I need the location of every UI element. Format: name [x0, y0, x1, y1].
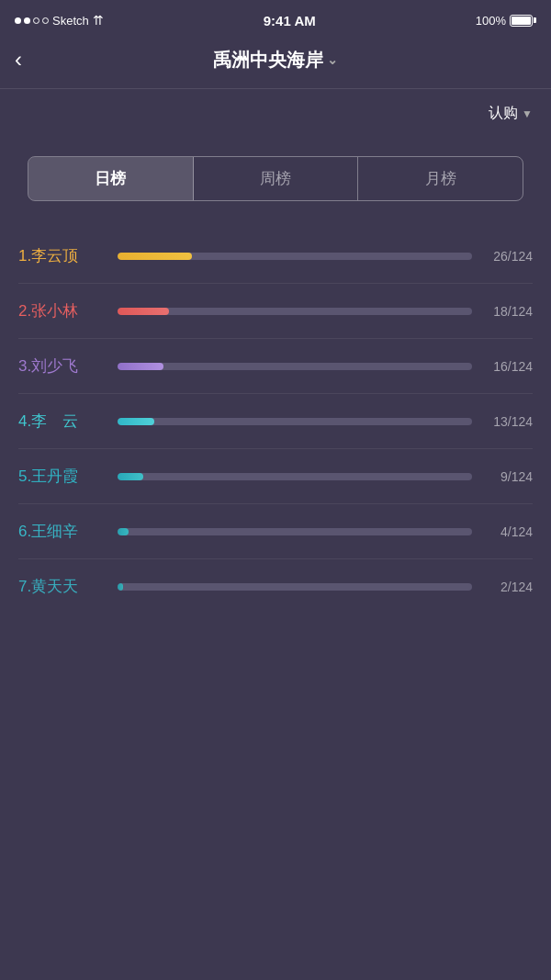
- rank-bar-container-5: [118, 473, 472, 480]
- rank-name-1: 1.李云顶: [18, 245, 110, 266]
- tab-daily-label: 日榜: [95, 170, 126, 187]
- tab-monthly[interactable]: 月榜: [358, 157, 523, 200]
- tabs-section: 日榜 周榜 月榜: [0, 138, 551, 229]
- rank-item-1: 1.李云顶 26/124: [18, 229, 533, 284]
- tab-daily[interactable]: 日榜: [28, 157, 194, 200]
- rank-bar-container-6: [118, 528, 472, 535]
- carrier-label: Sketch: [52, 14, 89, 28]
- subscribe-button[interactable]: 认购 ▼: [489, 104, 533, 123]
- rank-score-5: 9/124: [483, 469, 533, 484]
- leaderboard: 1.李云顶 26/124 2.张小林 18/124 3.刘少飞 16/124 4…: [0, 229, 551, 614]
- dot4: [42, 17, 49, 24]
- rank-bar-fill-6: [118, 528, 129, 535]
- rank-item-2: 2.张小林 18/124: [18, 284, 533, 339]
- rank-bar-container-2: [118, 308, 472, 315]
- wifi-icon: ⇈: [93, 13, 104, 28]
- battery-body: [510, 15, 533, 27]
- back-button[interactable]: ‹: [15, 47, 22, 73]
- dot2: [24, 17, 30, 24]
- rank-bar-fill-7: [118, 583, 123, 591]
- rank-bar-fill-4: [118, 418, 154, 425]
- rank-bar-container-1: [118, 253, 472, 260]
- rank-name-7: 7.黄天天: [18, 576, 110, 597]
- rank-score-2: 18/124: [483, 304, 533, 319]
- rank-name-3: 3.刘少飞: [18, 355, 110, 377]
- subscribe-label: 认购: [489, 104, 518, 123]
- status-left: Sketch ⇈: [15, 13, 104, 28]
- status-right: 100%: [476, 14, 536, 28]
- nav-title: 禹洲中央海岸 ⌄: [213, 48, 338, 73]
- rank-bar-fill-5: [118, 473, 143, 480]
- rank-item-6: 6.王细辛 4/124: [18, 504, 533, 559]
- rank-item-3: 3.刘少飞 16/124: [18, 339, 533, 394]
- rank-bar-fill-1: [118, 253, 192, 260]
- rank-score-4: 13/124: [483, 414, 533, 429]
- rank-bar-container-3: [118, 363, 472, 370]
- status-time: 9:41 AM: [264, 13, 316, 28]
- rank-score-3: 16/124: [483, 359, 533, 374]
- rank-name-4: 4.李 云: [18, 411, 110, 432]
- rank-bar-fill-3: [118, 363, 163, 370]
- rank-item-5: 5.王丹霞 9/124: [18, 449, 533, 504]
- tab-weekly[interactable]: 周榜: [194, 157, 359, 200]
- rank-bar-container-4: [118, 418, 472, 425]
- rank-score-6: 4/124: [483, 524, 533, 539]
- nav-title-chevron[interactable]: ⌄: [327, 52, 338, 67]
- tab-monthly-label: 月榜: [425, 170, 456, 187]
- battery-tip: [534, 17, 536, 23]
- tab-weekly-label: 周榜: [260, 170, 291, 187]
- rank-bar-fill-2: [118, 308, 169, 315]
- subscribe-row: 认购 ▼: [0, 89, 551, 138]
- rank-item-4: 4.李 云 13/124: [18, 394, 533, 449]
- subscribe-chevron: ▼: [522, 107, 533, 120]
- rank-score-1: 26/124: [483, 249, 533, 264]
- rank-name-2: 2.张小林: [18, 300, 110, 321]
- battery-fill: [512, 17, 531, 25]
- nav-bar: ‹ 禹洲中央海岸 ⌄: [0, 37, 551, 88]
- rank-score-7: 2/124: [483, 580, 533, 594]
- status-bar: Sketch ⇈ 9:41 AM 100%: [0, 0, 551, 37]
- signal-dots: [15, 17, 49, 24]
- dot1: [15, 17, 21, 24]
- battery-icon: [510, 15, 536, 27]
- dot3: [33, 17, 39, 24]
- rank-bar-container-7: [118, 583, 472, 591]
- battery-percent: 100%: [476, 14, 506, 28]
- rank-item-7: 7.黄天天 2/124: [18, 559, 533, 614]
- rank-name-5: 5.王丹霞: [18, 466, 110, 487]
- rank-name-6: 6.王细辛: [18, 521, 110, 542]
- nav-title-text: 禹洲中央海岸: [213, 48, 323, 73]
- tabs-container: 日榜 周榜 月榜: [28, 156, 523, 201]
